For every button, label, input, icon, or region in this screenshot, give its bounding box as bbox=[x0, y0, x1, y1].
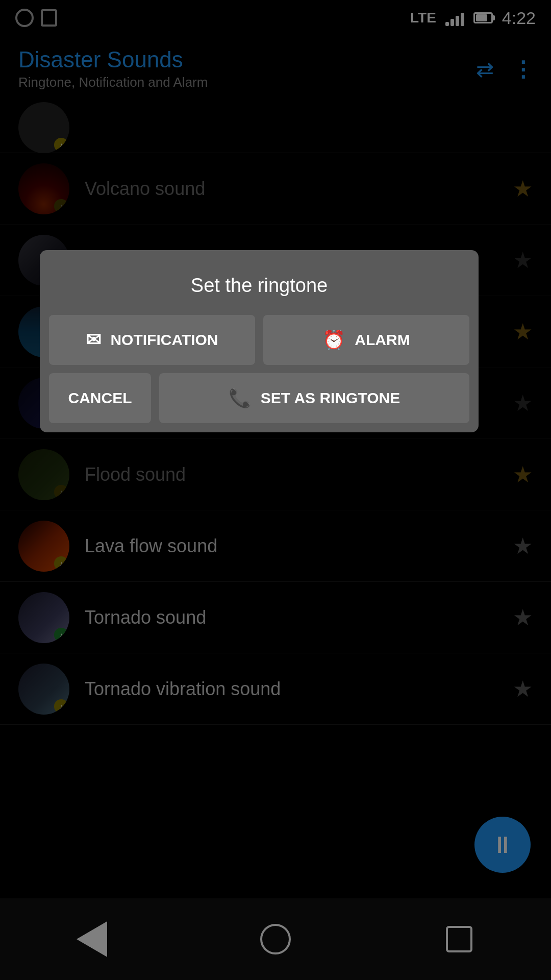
notification-icon: ✉ bbox=[86, 329, 101, 351]
alarm-icon: ⏰ bbox=[322, 329, 345, 351]
phone-icon: 📞 bbox=[229, 387, 252, 409]
modal-overlay[interactable] bbox=[0, 0, 551, 980]
set-ringtone-label: SET AS RINGTONE bbox=[261, 389, 400, 407]
alarm-button[interactable]: ⏰ ALARM bbox=[263, 315, 469, 365]
alarm-label: ALARM bbox=[355, 331, 410, 349]
cancel-button[interactable]: CANCEL bbox=[49, 373, 151, 423]
dialog-row1: ✉ NOTIFICATION ⏰ ALARM bbox=[40, 315, 479, 365]
dialog-title: Set the ringtone bbox=[40, 250, 479, 315]
dialog-row2: CANCEL 📞 SET AS RINGTONE bbox=[40, 373, 479, 432]
notification-button[interactable]: ✉ NOTIFICATION bbox=[49, 315, 255, 365]
set-ringtone-dialog: Set the ringtone ✉ NOTIFICATION ⏰ ALARM … bbox=[40, 250, 479, 432]
set-as-ringtone-button[interactable]: 📞 SET AS RINGTONE bbox=[159, 373, 469, 423]
notification-label: NOTIFICATION bbox=[110, 331, 218, 349]
